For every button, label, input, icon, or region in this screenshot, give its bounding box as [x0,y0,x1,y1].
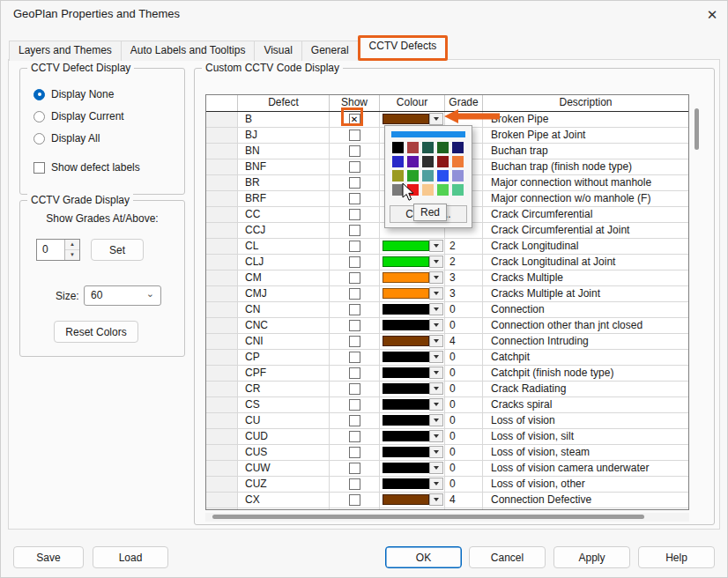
colour-dropdown-button[interactable] [429,509,443,510]
defect-cell[interactable]: BN [238,144,330,159]
grade-cell[interactable]: 0 [445,318,483,333]
grade-cell[interactable]: 0 [445,445,483,460]
grade-cell[interactable]: 0 [445,413,483,428]
grade-spinner[interactable]: 0 ▲ ▼ [36,239,80,261]
colour-dropdown-button[interactable] [429,335,443,347]
defect-cell[interactable]: CC [238,207,330,222]
defect-cell[interactable]: CNI [238,334,330,349]
grade-cell[interactable]: 0 [445,350,483,365]
colour-swatch[interactable] [383,241,429,251]
colour-swatch[interactable] [383,336,429,346]
defect-cell[interactable]: BJ [238,128,330,143]
tab-general[interactable]: General [301,41,359,61]
defect-cell[interactable]: CNC [238,318,330,333]
show-checkbox[interactable] [349,304,360,315]
row-selector[interactable] [206,508,238,510]
palette-swatch[interactable] [437,142,449,153]
spinner-up-icon[interactable]: ▲ [65,240,79,250]
palette-swatch[interactable] [422,142,434,153]
row-selector[interactable] [206,270,238,285]
row-selector[interactable] [206,239,238,254]
colour-swatch[interactable] [383,415,429,426]
row-selector[interactable] [206,128,238,143]
colour-swatch[interactable] [383,478,429,489]
defect-cell[interactable]: CP [238,350,330,365]
grade-cell[interactable]: 0 [445,302,483,317]
defect-cell[interactable]: CCJ [238,223,330,238]
colour-swatch[interactable] [383,320,429,330]
grade-cell[interactable]: 0 [445,429,483,444]
colour-dropdown-button[interactable] [429,462,443,474]
palette-swatch[interactable] [392,170,404,182]
colour-dropdown-button[interactable] [429,271,443,284]
radio-display-current[interactable]: Display Current [33,110,124,122]
row-selector[interactable] [206,413,238,428]
row-selector[interactable] [206,286,238,301]
row-selector[interactable] [206,445,238,460]
colour-dropdown-button[interactable] [429,446,443,458]
save-button[interactable]: Save [13,546,84,568]
defect-cell[interactable]: CM [238,270,330,285]
grade-cell[interactable]: 2 [445,255,483,270]
row-selector[interactable] [206,112,238,127]
row-selector[interactable] [206,350,238,365]
colour-dropdown-button[interactable] [429,303,443,315]
defect-cell[interactable]: BRF [238,191,330,206]
row-selector[interactable] [206,144,238,159]
row-selector[interactable] [206,302,238,317]
defect-cell[interactable]: CS [238,397,330,412]
defect-cell[interactable]: CPF [238,366,330,381]
colour-dropdown-button[interactable] [429,414,443,426]
defect-cell[interactable]: B [238,112,330,127]
ok-button[interactable]: OK [385,546,462,568]
show-checkbox[interactable] [349,415,360,426]
show-checkbox[interactable] [349,383,360,395]
colour-dropdown-button[interactable] [429,382,443,395]
show-checkbox[interactable] [349,478,360,490]
colour-swatch[interactable] [383,304,429,315]
row-selector[interactable] [206,477,238,492]
grade-cell[interactable]: 0 [445,477,483,492]
show-checkbox[interactable] [349,193,360,204]
grade-cell[interactable]: 3 [445,270,483,285]
palette-swatch[interactable] [392,156,404,167]
defect-cell[interactable]: BR [238,175,330,190]
colour-dropdown-button[interactable] [429,240,443,252]
palette-swatch[interactable] [437,170,449,182]
row-selector[interactable] [206,318,238,333]
defect-cell[interactable]: CR [238,382,330,396]
show-checkbox[interactable] [349,288,360,300]
show-checkbox[interactable] [349,241,360,252]
load-button[interactable]: Load [93,546,168,568]
spinner-down-icon[interactable]: ▼ [65,250,79,260]
grade-cell[interactable]: 0 [445,382,483,396]
defect-cell[interactable]: CUS [238,445,330,460]
reset-colors-button[interactable]: Reset Colors [54,321,138,343]
row-selector[interactable] [206,366,238,381]
colour-swatch[interactable] [383,463,429,473]
palette-swatch[interactable] [452,156,464,167]
colour-dropdown-button[interactable] [429,398,443,411]
tab-layers-and-themes[interactable]: Layers and Themes [9,41,122,61]
close-icon[interactable]: ✕ [702,5,722,25]
show-checkbox[interactable] [349,256,360,268]
palette-swatch[interactable] [407,170,419,182]
show-checkbox[interactable] [349,399,360,411]
palette-swatch[interactable] [422,170,434,182]
show-checkbox[interactable] [349,494,360,506]
grade-cell[interactable]: 0 [445,508,483,510]
defect-cell[interactable]: CUZ [238,477,330,492]
colour-swatch[interactable] [383,447,429,457]
colour-dropdown-button[interactable] [429,287,443,300]
grade-cell[interactable]: 4 [445,493,483,508]
row-selector[interactable] [206,461,238,476]
palette-swatch[interactable] [407,142,419,153]
defect-cell[interactable]: CUD [238,429,330,444]
row-selector[interactable] [206,223,238,238]
grade-cell[interactable]: 4 [445,334,483,349]
row-selector[interactable] [206,159,238,174]
colour-swatch[interactable] [383,494,429,505]
tab-cctv-defects[interactable]: CCTV Defects [358,35,449,61]
colour-dropdown-button[interactable] [429,493,443,506]
row-selector[interactable] [206,382,238,396]
